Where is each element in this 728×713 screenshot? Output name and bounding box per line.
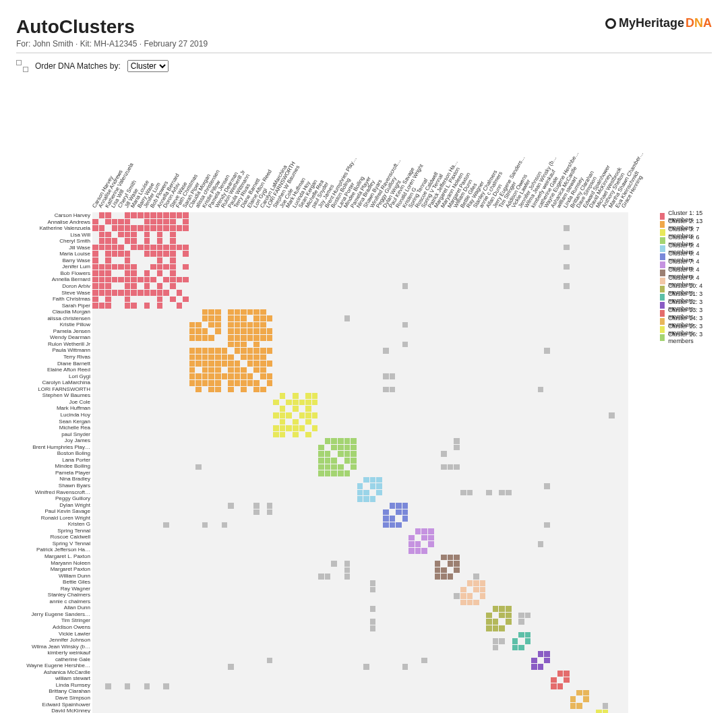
matrix-cell [163,522,169,528]
y-label: paul Snyder [16,431,90,438]
matrix-cell [344,451,351,457]
matrix-cell [493,606,499,612]
matrix-cell [241,354,247,361]
matrix-cell [473,580,479,586]
matrix-cell [241,342,247,348]
matrix-cell [99,225,105,231]
matrix-cell [131,212,137,218]
matrix-cell [312,425,318,431]
matrix-cell [125,238,131,244]
matrix-cell [208,373,214,379]
matrix-cell [357,483,363,489]
legend-swatch [660,270,665,276]
matrix-cell [157,264,163,270]
matrix-cell [363,490,369,496]
controls-bar: Order DNA Matches by: Cluster [16,60,712,72]
matrix-cell [150,277,156,283]
matrix-cell [195,335,202,341]
matrix-cell [170,283,176,289]
matrix-cell [247,322,253,328]
matrix-cell [260,387,266,393]
brand-logo: MyHeritage DNA [605,16,712,30]
y-label: Boston Boling [16,450,90,457]
matrix-cell [564,283,570,289]
y-label: alissa christensen [16,315,90,322]
matrix-cell [235,335,241,341]
matrix-cell [144,270,150,276]
matrix-cell [131,225,137,231]
matrix-cell [293,400,299,406]
matrix-cell [247,373,253,379]
matrix-cell [228,309,234,315]
matrix-cell [157,212,163,218]
matrix-cell [260,315,266,321]
y-label: Katherine Valenzuela [16,225,90,232]
matrix-cell [402,664,408,670]
matrix-cell [467,580,473,586]
matrix-cell [260,354,266,361]
matrix-cell [253,380,260,386]
matrix-cell [118,245,124,251]
matrix-cell [253,309,260,315]
y-label: Mindee Boiling [16,463,90,470]
matrix-cell [215,348,221,354]
matrix-cell [305,412,311,418]
matrix-cell [105,264,111,270]
matrix-cell [253,348,260,354]
y-label: Addison Owens [16,624,90,631]
matrix-cell [189,335,195,341]
matrix-cell [157,251,163,257]
matrix-cell [402,283,408,289]
y-label: Kristie Pillow [16,321,90,328]
matrix-cell [415,548,421,554]
matrix-cell [448,464,454,470]
y-label: Linda Rumsey [16,682,90,689]
order-by-select[interactable]: Cluster [127,60,169,72]
y-label: Steve Wase [16,290,90,297]
matrix-cell [202,367,208,373]
matrix-cell [247,361,253,367]
matrix-cell [144,290,150,296]
matrix-cell [241,322,247,328]
matrix-cell [253,387,260,393]
matrix-cell [576,690,582,696]
matrix-cell [467,600,473,606]
matrix-cell [202,354,208,361]
matrix-cell [325,438,331,444]
matrix-cell [228,335,234,341]
matrix-cell [125,219,131,225]
matrix-cell [144,225,150,231]
matrix-cell [493,645,499,651]
matrix-cell [105,283,111,289]
y-label: Joe Cole [16,399,90,406]
matrix-cell [260,335,266,341]
matrix-cell [170,225,176,231]
matrix-cell [538,664,544,670]
matrix-cell [344,458,351,464]
matrix-cell [390,522,396,528]
y-label: Paul Kevin Savage [16,508,90,515]
y-label: Pamela Jensen [16,328,90,335]
matrix-cell [228,380,234,386]
y-label: LORI FARNSWORTH [16,386,90,393]
matrix-cell [99,290,105,296]
matrix-cell [241,387,247,393]
matrix-cell [338,470,344,476]
matrix-cell [544,522,550,528]
matrix-cell [564,225,570,231]
matrix-cell [150,251,156,257]
matrix-cell [454,464,460,470]
matrix-cell [125,232,131,238]
matrix-cell [260,309,266,315]
matrix-cell [531,658,537,664]
matrix-cell [195,322,202,328]
matrix-cell [208,367,214,373]
matrix-cell [99,303,105,309]
matrix-cell [331,438,337,444]
matrix-cell [208,322,214,328]
matrix-cell [92,277,98,283]
matrix-cell [105,251,111,257]
order-by-label: Order DNA Matches by: [35,61,121,71]
y-label: kimberly weinkauf [16,650,90,656]
y-label: Brittany Clarahan [16,688,90,695]
